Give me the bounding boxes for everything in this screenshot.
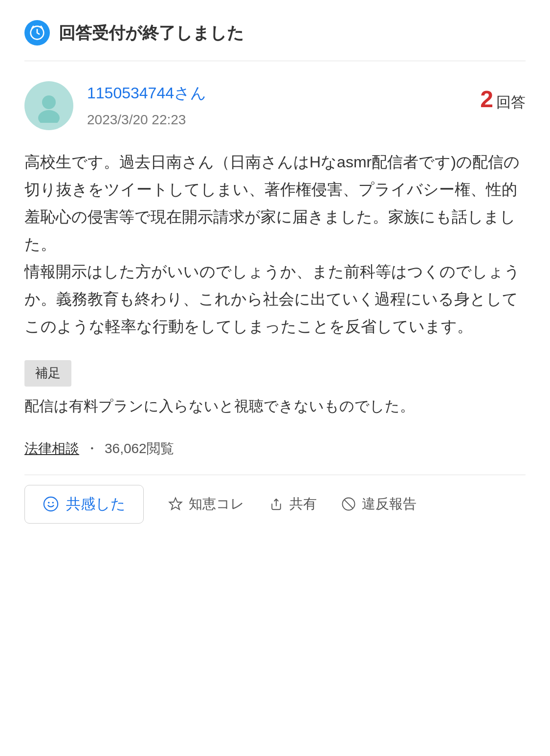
supplement-text: 配信は有料プランに入らないと視聴できないものでした。: [24, 393, 526, 418]
report-label: 違反報告: [362, 495, 417, 513]
username-link[interactable]: 1150534744さん: [87, 81, 206, 106]
status-text: 回答受付が終了しました: [59, 20, 244, 46]
action-row: 共感した 知恵コレ 共有: [24, 475, 526, 533]
collection-label: 知恵コレ: [189, 495, 244, 513]
clock-icon: [24, 20, 50, 46]
svg-marker-6: [170, 498, 182, 510]
share-label: 共有: [289, 495, 317, 513]
page-container: 回答受付が終了しました 1150534744さん 2023/3/20 22:23…: [0, 0, 550, 553]
user-row: 1150534744さん 2023/3/20 22:23 2 回答: [24, 81, 526, 131]
sympathy-button[interactable]: 共感した: [24, 485, 144, 524]
avatar: [24, 81, 73, 130]
answer-label: 回答: [496, 91, 526, 114]
svg-line-9: [344, 500, 353, 508]
share-button[interactable]: 共有: [269, 495, 317, 513]
star-icon: [168, 497, 183, 511]
user-info: 1150534744さん 2023/3/20 22:23: [87, 81, 206, 131]
report-button[interactable]: 違反報告: [341, 495, 417, 513]
user-date: 2023/3/20 22:23: [87, 109, 206, 131]
svg-point-1: [42, 95, 56, 109]
answer-number: 2: [480, 81, 493, 118]
report-icon: [341, 497, 356, 511]
category-link[interactable]: 法律相談: [24, 438, 79, 460]
svg-point-4: [48, 502, 49, 504]
status-banner: 回答受付が終了しました: [24, 20, 526, 61]
view-count: 36,062閲覧: [105, 438, 174, 460]
sympathy-icon: [43, 496, 59, 512]
answer-count: 2 回答: [480, 81, 526, 118]
user-left: 1150534744さん 2023/3/20 22:23: [24, 81, 206, 131]
meta-row: 法律相談 ・ 36,062閲覧: [24, 438, 526, 460]
question-body: 高校生です。過去日南さん（日南さんはHなasmr配信者です)の配信の切り抜きをツ…: [24, 148, 526, 340]
meta-separator: ・: [85, 438, 99, 460]
supplement-badge: 補足: [24, 360, 71, 387]
svg-point-5: [52, 502, 54, 504]
svg-point-2: [38, 110, 60, 123]
supplement-section: 補足 配信は有料プランに入らないと視聴できないものでした。: [24, 360, 526, 418]
svg-point-3: [44, 497, 58, 511]
collection-button[interactable]: 知恵コレ: [168, 495, 244, 513]
sympathy-label: 共感した: [66, 494, 126, 514]
share-icon: [269, 497, 284, 511]
